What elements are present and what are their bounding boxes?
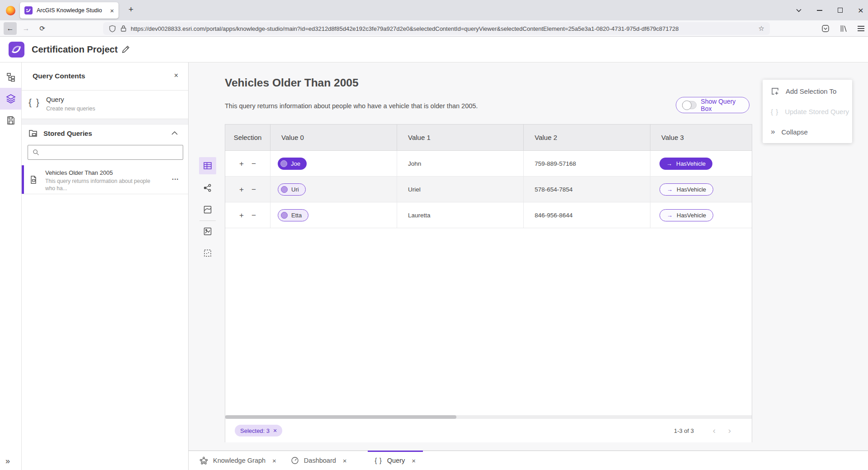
add-selection-icon[interactable]: + [239,160,244,168]
lock-icon[interactable] [120,25,127,32]
tab-close-icon[interactable]: × [412,457,416,465]
reload-button[interactable]: ⟳ [36,22,49,35]
rail-link-chart-button[interactable] [0,66,21,88]
column-header: Value 0 [270,125,397,150]
clear-selection-icon[interactable]: × [273,427,277,434]
knowledge-studio-logo-icon [8,41,25,58]
forward-button[interactable]: → [19,22,33,35]
cell-value: Uriel [397,186,421,193]
tab-knowledge-graph[interactable]: Knowledge Graph × [192,451,284,470]
add-selection-icon[interactable]: + [239,186,244,193]
tab-close-icon[interactable]: × [110,7,114,14]
remove-selection-icon[interactable]: − [251,160,256,168]
previous-page-button[interactable]: ‹ [713,426,716,436]
window-close-button[interactable]: × [858,5,863,15]
item-options-icon[interactable]: ••• [172,177,179,182]
relationship-pill[interactable]: →HasVehicle [659,158,712,170]
new-tab-button[interactable]: + [128,5,133,14]
horizontal-scrollbar[interactable] [225,415,752,419]
chevron-up-icon[interactable] [171,131,178,135]
window-minimize-button[interactable] [817,10,822,11]
tab-query[interactable]: { } Query × [368,451,423,470]
tab-close-icon[interactable]: × [272,457,276,465]
search-icon [33,149,39,156]
back-button[interactable]: ← [4,22,17,35]
table-footer: Selected: 3 × 1-3 of 3 ‹ › [225,419,752,442]
double-chevron-icon: » [771,127,775,136]
cell-value: 578-654-7854 [524,186,573,193]
menu-item-update-stored-query[interactable]: { } Update Stored Query [763,101,852,122]
menu-item-label: Update Stored Query [785,108,849,115]
stored-queries-search[interactable] [28,145,183,160]
rail-contents-button[interactable] [0,88,21,110]
entity-pill[interactable]: Etta [278,209,308,221]
show-query-box-toggle[interactable]: Show Query Box [676,97,749,113]
column-header: Value 1 [397,125,524,150]
map-view-button[interactable] [199,201,216,218]
dashboard-gauge-icon [291,456,299,465]
stored-query-item[interactable]: Vehicles Older Than 2005 This query retu… [22,165,188,194]
pocket-icon[interactable] [821,24,830,33]
menu-item-label: Collapse [781,128,807,136]
relationship-pill[interactable]: →HasVehicle [659,183,713,196]
edit-pencil-icon[interactable] [121,45,130,54]
tab-label: Dashboard [304,457,336,464]
add-selection-icon[interactable]: + [239,211,244,219]
hierarchy-icon [6,72,16,82]
save-floppy-icon [6,115,16,125]
entity-pill[interactable]: Uri [278,183,306,196]
show-query-box-label: Show Query Box [701,98,743,112]
tab-dashboard[interactable]: Dashboard × [284,451,354,470]
menu-item-add-selection-to[interactable]: Add Selection To [763,81,852,101]
tracking-protection-shield-icon[interactable] [109,25,116,33]
table-row: + − Etta Lauretta 846-956-8644 →HasVehic… [225,202,752,228]
bookmark-star-icon[interactable]: ☆ [759,24,764,33]
stored-queries-header[interactable]: Stored Queries [22,125,188,142]
link-chart-view-button[interactable] [199,179,216,197]
tab-overflow-icon[interactable] [796,9,802,12]
window-maximize-button[interactable] [838,8,843,13]
entity-pill[interactable]: Joe [278,158,307,170]
folder-icon [28,128,38,138]
entity-label: Joe [291,160,300,167]
next-page-button[interactable]: › [728,426,731,436]
panel-title: Query Contents [33,72,85,80]
menu-hamburger-icon[interactable] [858,26,864,31]
scrollbar-thumb[interactable] [225,415,456,419]
remove-selection-icon[interactable]: − [251,211,256,219]
arrow-right-icon: → [667,212,673,219]
cell-value: 846-956-8644 [524,212,573,219]
select-tool-button[interactable] [199,245,216,262]
tab-label: Knowledge Graph [213,457,266,464]
toggle-knob [682,101,692,110]
app-header: Certification Project ? PL publisher2 la… [0,37,868,62]
expand-rail-button[interactable]: » [5,456,10,466]
panel-close-icon[interactable]: × [174,72,178,80]
query-item[interactable]: { } Query Create new queries [22,91,188,119]
query-description: This query returns information about peo… [225,102,478,110]
url-bar[interactable]: https://dev0028833.esri.com/portal/apps/… [103,22,770,35]
table-row: + − Joe John 759-889-57168 →HasVehicle [225,151,752,177]
column-header: Value 3 [650,125,752,150]
table-view-button[interactable] [199,157,216,174]
relationship-pill[interactable]: →HasVehicle [659,209,713,221]
remove-selection-icon[interactable]: − [251,186,256,193]
library-icon[interactable] [840,24,848,33]
toggle-track[interactable] [682,101,697,109]
browser-tab[interactable]: ArcGIS Knowledge Studio × [20,2,119,19]
selected-count-chip[interactable]: Selected: 3 × [235,425,282,436]
search-input[interactable] [43,149,178,156]
rail-save-button[interactable] [0,110,21,131]
relationship-label: HasVehicle [676,160,706,167]
cell-value: 759-889-57168 [524,160,576,167]
firefox-view-button[interactable] [4,4,17,17]
tab-close-icon[interactable]: × [343,457,347,465]
dashed-selection-icon [203,249,212,258]
arrow-right-icon: → [666,160,672,167]
panel-header: Query Contents × [22,62,188,91]
layers-icon [5,93,16,104]
selection-context-menu: Add Selection To { } Update Stored Query… [763,80,852,143]
query-contents-panel: Query Contents × { } Query Create new qu… [22,62,189,470]
menu-item-collapse[interactable]: » Collapse [763,121,852,142]
add-to-map-button[interactable] [199,223,216,240]
